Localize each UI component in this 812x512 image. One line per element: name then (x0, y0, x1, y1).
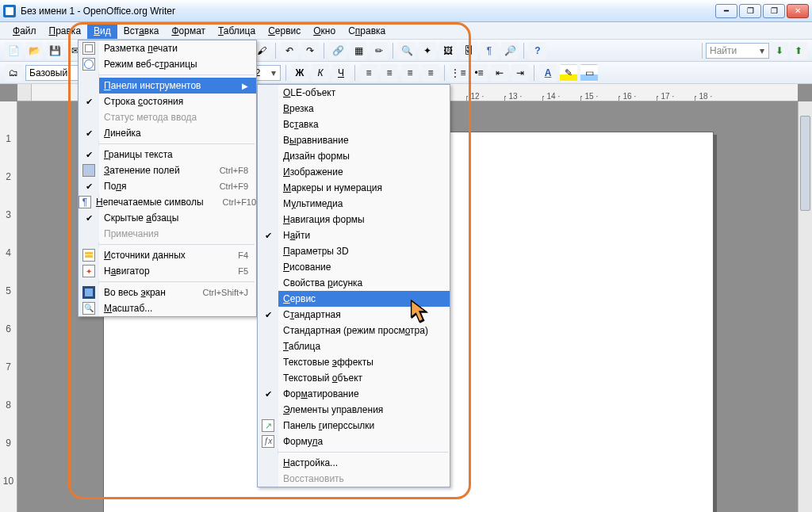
menu-item[interactable]: ✔Строка состояния (79, 94, 256, 109)
menu-item-label: Вставка (278, 119, 442, 130)
menu-item[interactable]: Панели инструментов▶ (79, 78, 256, 94)
menu-сервис[interactable]: Сервис (262, 22, 307, 39)
menu-item[interactable]: Источники данныхF4 (79, 247, 256, 263)
menu-item[interactable]: Текстовый объект (258, 370, 450, 386)
align-center-icon[interactable]: ≡ (381, 64, 398, 82)
menu-item[interactable]: Панель гиперссылки (258, 418, 450, 434)
menu-item-label: Текстовые эффекты (278, 357, 442, 368)
menu-item[interactable]: Параметры 3D (258, 243, 450, 259)
vertical-scrollbar[interactable] (798, 101, 812, 512)
restore-button-2[interactable]: ❐ (763, 4, 785, 18)
find-next-icon[interactable]: ⬇ (771, 42, 788, 59)
menu-item[interactable]: Маркеры и нумерация (258, 180, 450, 196)
menu-item[interactable]: Мультимедиа (258, 196, 450, 212)
menu-item[interactable]: Элементы управления (258, 402, 450, 418)
redo-icon[interactable]: ↷ (301, 42, 319, 59)
menu-item[interactable]: Формула (258, 434, 450, 449)
menu-item[interactable]: Изображение (258, 164, 450, 180)
menu-item[interactable]: ✔Границы текста (79, 147, 256, 162)
check-icon: ✔ (86, 181, 93, 192)
align-justify-icon[interactable]: ≡ (422, 64, 439, 82)
menu-item[interactable]: Непечатаемые символыCtrl+F10 (79, 194, 256, 210)
menu-item[interactable]: Масштаб... (79, 300, 256, 316)
decrease-indent-icon[interactable]: ⇤ (491, 64, 508, 82)
menu-item[interactable]: ✔Скрытые абзацы (79, 210, 256, 226)
navigator-icon[interactable]: ✦ (419, 42, 436, 59)
menu-item[interactable]: Стандартная (режим просмотра) (258, 323, 450, 338)
menu-item-label: Выравнивание (278, 135, 442, 146)
pil-icon (79, 196, 91, 208)
close-button[interactable]: ✕ (787, 4, 809, 18)
bullet-list-icon[interactable]: •≡ (470, 64, 488, 82)
save-icon[interactable]: 💾 (46, 42, 63, 59)
menu-item[interactable]: ✔Найти (258, 227, 450, 243)
undo-icon[interactable]: ↶ (281, 42, 298, 59)
new-doc-icon[interactable]: 📄 (5, 42, 22, 59)
bold-button[interactable]: Ж (291, 64, 308, 82)
menu-item[interactable]: Рисование (258, 259, 450, 275)
shortcut-label: Ctrl+F9 (201, 181, 248, 191)
datasources-icon[interactable]: 🗄 (460, 42, 477, 59)
menu-item[interactable]: Выравнивание (258, 132, 450, 148)
menu-формат[interactable]: Формат (165, 22, 212, 39)
menu-файл[interactable]: Файл (6, 22, 43, 39)
menu-вставка[interactable]: Вставка (117, 22, 166, 39)
find-replace-icon[interactable]: 🔍 (398, 42, 416, 59)
nonprinting-icon[interactable]: ¶ (481, 42, 498, 59)
menu-правка[interactable]: Правка (43, 22, 88, 39)
shortcut-label: Ctrl+Shift+J (184, 288, 248, 297)
help-icon[interactable]: ? (529, 42, 546, 59)
menu-вид[interactable]: Вид (87, 22, 117, 39)
menu-таблица[interactable]: Таблица (212, 22, 262, 39)
underline-button[interactable]: Ч (332, 64, 350, 82)
menu-item-label: Источники данных (99, 250, 219, 261)
menu-item[interactable]: Разметка печати (79, 40, 256, 56)
highlight-color-icon[interactable]: ✎ (560, 64, 577, 82)
styles-icon[interactable]: 🗂 (5, 64, 22, 82)
menu-item[interactable]: Таблица (258, 338, 450, 354)
menu-item[interactable]: Настройка... (258, 455, 450, 471)
zoom-icon[interactable]: 🔎 (501, 42, 519, 59)
drawing-icon[interactable]: ✏ (370, 42, 388, 59)
menu-item-label: Панели инструментов (99, 80, 236, 91)
menu-item[interactable]: Дизайн формы (258, 148, 450, 164)
menu-item[interactable]: Свойства рисунка (258, 275, 450, 291)
menu-item[interactable]: ✔Линейка (79, 125, 256, 141)
hyperlink-icon[interactable]: 🔗 (329, 42, 347, 59)
dropdown-arrow-icon[interactable]: ▾ (269, 67, 278, 78)
menu-item[interactable]: Режим веб-страницы (79, 56, 256, 72)
find-prev-icon[interactable]: ⬆ (790, 42, 807, 59)
align-right-icon[interactable]: ≡ (401, 64, 419, 82)
font-color-icon[interactable]: А (539, 64, 557, 82)
gallery-icon[interactable]: 🖼 (439, 42, 457, 59)
menu-item-label: Таблица (278, 341, 442, 352)
menu-item[interactable]: OLE-объект (258, 85, 450, 101)
menu-item[interactable]: Во весь экранCtrl+Shift+J (79, 285, 256, 300)
bg-color-icon[interactable]: ▭ (580, 64, 598, 82)
vertical-ruler[interactable]: 12345678910 (0, 101, 17, 512)
find-input[interactable]: Найти ▾ (706, 43, 769, 59)
open-icon[interactable]: 📂 (25, 42, 43, 59)
align-left-icon[interactable]: ≡ (360, 64, 377, 82)
shortcut-label: Ctrl+F10 (204, 197, 257, 207)
restore-button[interactable]: ❐ (739, 4, 761, 18)
menu-item[interactable]: Навигация формы (258, 212, 450, 227)
menu-item[interactable]: Врезка (258, 101, 450, 117)
menu-item[interactable]: ✔Форматирование (258, 386, 450, 402)
table-icon[interactable]: ▦ (350, 42, 367, 59)
shortcut-label: Ctrl+F8 (201, 166, 248, 175)
menu-item[interactable]: Затенение полейCtrl+F8 (79, 162, 256, 178)
menu-item[interactable]: НавигаторF5 (79, 263, 256, 279)
menu-item[interactable]: Текстовые эффекты (258, 354, 450, 370)
minimize-button[interactable]: ━ (715, 4, 737, 18)
menu-item[interactable]: Вставка (258, 117, 450, 132)
scrollbar-thumb[interactable] (800, 116, 810, 211)
menu-item-label: Во весь экран (99, 287, 184, 298)
italic-button[interactable]: К (312, 64, 329, 82)
menu-справка[interactable]: Справка (342, 22, 392, 39)
increase-indent-icon[interactable]: ⇥ (511, 64, 529, 82)
numbered-list-icon[interactable]: ⋮≡ (450, 64, 467, 82)
dropdown-arrow-icon[interactable]: ▾ (757, 45, 767, 56)
menu-item[interactable]: ✔ПоляCtrl+F9 (79, 178, 256, 194)
menu-окно[interactable]: Окно (307, 22, 342, 39)
